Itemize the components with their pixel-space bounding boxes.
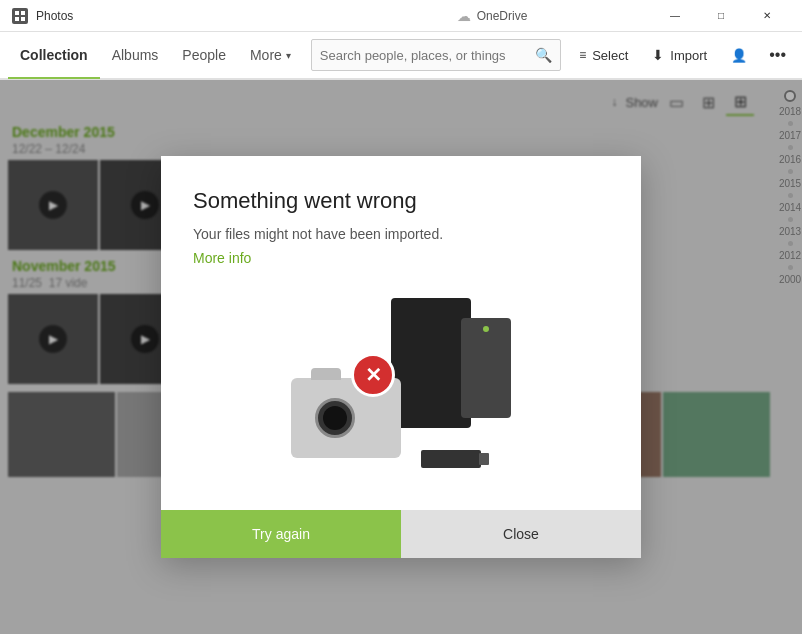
dialog-message: Your files might not have been imported.	[193, 226, 609, 242]
onedrive-label: OneDrive	[477, 9, 528, 23]
more-chevron: ▾	[286, 50, 291, 61]
onedrive-icon: ☁	[457, 8, 471, 24]
tab-more[interactable]: More ▾	[238, 31, 303, 79]
import-icon: ⬇	[652, 47, 664, 63]
device-phone-icon	[461, 318, 511, 418]
main-area: ↓ Show ▭ ⊞ ⊞ December 2015 12/22 – 12/24…	[0, 80, 802, 634]
camera-top	[311, 368, 341, 380]
minimize-button[interactable]: —	[652, 0, 698, 32]
error-x-icon: ✕	[365, 365, 382, 385]
usb-connector	[479, 453, 489, 465]
phone-dot	[483, 326, 489, 332]
title-bar: Photos ☁ OneDrive — □ ✕	[0, 0, 802, 32]
tab-albums[interactable]: Albums	[100, 31, 171, 79]
svg-rect-2	[15, 17, 19, 21]
nav-bar: Collection Albums People More ▾ 🔍 ≡ Sele…	[0, 32, 802, 80]
window-controls: — □ ✕	[652, 0, 790, 32]
svg-rect-3	[21, 17, 25, 21]
select-button[interactable]: ≡ Select	[569, 39, 638, 71]
person-icon: 👤	[731, 48, 747, 63]
account-button[interactable]: 👤	[721, 39, 757, 71]
search-icon: 🔍	[535, 47, 552, 63]
device-tablet-icon	[391, 298, 471, 428]
close-dialog-button[interactable]: Close	[401, 510, 641, 558]
dialog-overlay: Something went wrong Your files might no…	[0, 80, 802, 634]
svg-rect-0	[15, 11, 19, 15]
try-again-button[interactable]: Try again	[161, 510, 401, 558]
svg-rect-1	[21, 11, 25, 15]
error-illustration: ✕	[291, 298, 511, 478]
app-title: Photos	[36, 9, 73, 23]
error-circle-icon: ✕	[351, 353, 395, 397]
select-lines-icon: ≡	[579, 48, 586, 62]
search-input[interactable]	[320, 48, 535, 63]
search-box[interactable]: 🔍	[311, 39, 561, 71]
dialog-illustration: ✕	[193, 282, 609, 494]
more-options-button[interactable]: •••	[761, 42, 794, 68]
dialog-buttons: Try again Close	[161, 510, 641, 558]
maximize-button[interactable]: □	[698, 0, 744, 32]
camera-lens-inner	[323, 406, 347, 430]
tab-people[interactable]: People	[170, 31, 238, 79]
error-dialog: Something went wrong Your files might no…	[161, 156, 641, 558]
dialog-title: Something went wrong	[193, 188, 609, 214]
nav-actions: ≡ Select ⬇ Import 👤 •••	[569, 39, 794, 71]
camera-lens	[315, 398, 355, 438]
app-icon	[12, 8, 28, 24]
device-usb-icon	[421, 450, 481, 468]
tab-collection[interactable]: Collection	[8, 31, 100, 79]
more-info-link[interactable]: More info	[193, 250, 609, 266]
close-button[interactable]: ✕	[744, 0, 790, 32]
import-button[interactable]: ⬇ Import	[642, 39, 717, 71]
